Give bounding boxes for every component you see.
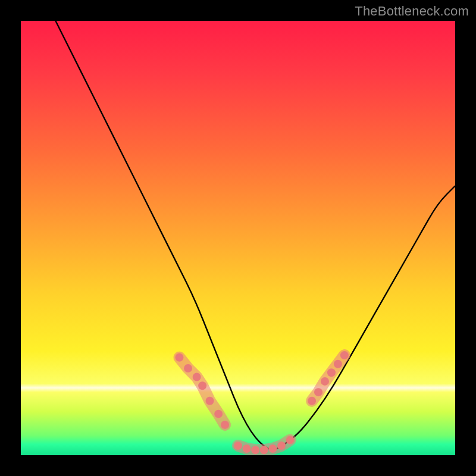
marker-dot — [277, 441, 286, 450]
marker-dot — [327, 368, 336, 377]
marker-dot — [184, 364, 192, 372]
marker-dot — [251, 446, 259, 454]
marker-dot — [340, 351, 349, 359]
marker-dot — [334, 360, 342, 368]
marker-dot — [321, 377, 329, 386]
marker-dot — [286, 436, 295, 444]
chart-stage: TheBottleneck.com — [0, 0, 476, 476]
marker-dot — [198, 381, 206, 390]
marker-dot — [234, 441, 242, 450]
marker-dot — [314, 388, 322, 396]
marker-dot — [243, 444, 251, 453]
marker-dot — [308, 397, 316, 405]
watermark-label: TheBottleneck.com — [355, 4, 469, 19]
marker-dot — [193, 373, 201, 381]
plot-background — [21, 21, 455, 455]
marker-dot — [221, 421, 229, 429]
marker-dot — [214, 410, 223, 418]
marker-dot — [260, 446, 268, 454]
chart-svg — [0, 0, 476, 476]
marker-dot — [175, 353, 183, 362]
marker-dot — [268, 444, 277, 453]
marker-dot — [206, 397, 214, 405]
